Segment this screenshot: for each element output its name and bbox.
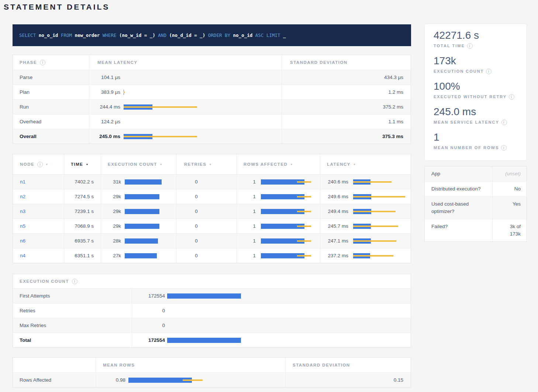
stat-label: EXECUTED WITHOUT RETRY [434, 93, 523, 100]
attribute-value: 3k of 173k [492, 219, 527, 241]
attribute-value-text: No [514, 185, 521, 193]
mean-rows-header-cell: MEAN ROWS [96, 358, 285, 372]
attribute-row-distributed: Distributed execution? No [425, 181, 527, 196]
mean-number-of-rows-info-icon[interactable] [501, 145, 507, 151]
mean-service-latency-info-icon[interactable] [501, 120, 507, 125]
attribute-label: Failed? [425, 219, 492, 241]
attribute-value-text: (unset) [505, 170, 521, 178]
std-dev-header-cell: STANDARD DEVIATION [285, 358, 411, 372]
retries-value: 0 [195, 209, 198, 214]
phase-info-icon[interactable] [40, 60, 45, 65]
sort-arrow-icon: ▼ [209, 163, 211, 166]
std-dev-header-cell: STANDARD DEVIATION [282, 55, 411, 70]
table-row-overall: Overall 245.0 ms 375.3 ms [13, 129, 411, 144]
phase-name: Overhead [20, 119, 41, 124]
mean-latency-value: 383.9 µs [89, 89, 120, 95]
latency-header-label: LATENCY [327, 162, 351, 166]
retries-header-label: RETRIES [184, 162, 206, 166]
stat-executed-without-retry: 100% EXECUTED WITHOUT RETRY [434, 80, 523, 100]
execution-count-info-icon[interactable] [72, 279, 77, 284]
mean-latency-header-label: MEAN LATENCY [97, 60, 138, 65]
rows-affected-header-cell[interactable]: ROWS AFFECTED ▼ [237, 154, 320, 174]
table-row: Retries 0 [13, 303, 411, 318]
node-link[interactable]: n4 [20, 253, 25, 258]
latency-value: 240.6 ms [320, 179, 348, 185]
stat-value: 1 [434, 131, 523, 144]
node-header-label: NODE [20, 162, 34, 166]
std-dev-header-label: STANDARD DEVIATION [293, 363, 350, 367]
node-link[interactable]: n2 [20, 194, 25, 199]
phase-name: Run [20, 104, 29, 110]
node-table-header: NODE ▼ TIME ▼ EXECUTION COUNT ▼ RETRIES … [13, 154, 411, 174]
attribute-label: Distributed execution? [425, 182, 492, 196]
table-row: Max Retries 0 [13, 318, 411, 333]
time-header-label: TIME [71, 162, 83, 166]
execution-count-header-label: EXECUTION COUNT [108, 162, 157, 166]
stat-label: MEAN SERVICE LATENCY [434, 118, 523, 126]
table-row: Plan 383.9 µs 1.2 ms [13, 85, 411, 99]
std-dev-value: 0.15 [394, 377, 403, 383]
node-info-icon[interactable] [37, 162, 43, 167]
phase-table-header: PHASE MEAN LATENCY STANDARD DEVIATION [13, 55, 411, 70]
table-row: Run 244.4 ms 375.2 ms [13, 99, 411, 114]
execution-count-info-icon[interactable] [486, 69, 492, 74]
stat-execution-count: 173k EXECUTION COUNT [434, 54, 523, 75]
retries-header-cell[interactable]: RETRIES ▼ [176, 154, 237, 174]
phase-name: Plan [20, 89, 30, 95]
std-dev-header-label: STANDARD DEVIATION [290, 60, 348, 65]
table-row: n6 6935.7 s 28k 0 1 247.1 ms [13, 233, 411, 248]
summary-card: 42271.6 s TOTAL TIME 173k EXECUTION COUN… [424, 24, 527, 161]
latency-value: 245.7 ms [320, 223, 348, 229]
stat-label-text: MEAN NUMBER OF ROWS [434, 144, 499, 151]
retries-value: 0 [195, 238, 198, 244]
page-title: STATEMENT DETAILS [4, 3, 110, 11]
stat-mean-service-latency: 245.0 ms MEAN SERVICE LATENCY [434, 105, 523, 126]
node-link[interactable]: n1 [20, 179, 25, 185]
executed-without-retry-info-icon[interactable] [509, 94, 514, 100]
stat-value: 173k [434, 54, 523, 68]
phase-name: Parse [20, 75, 32, 80]
table-row: n3 7239.1 s 29k 0 1 249.4 ms [13, 204, 411, 219]
attribute-value: Yes [492, 197, 527, 219]
time-value: 6935.7 s [75, 238, 94, 244]
latency-header-cell[interactable]: LATENCY ▼ [320, 154, 411, 174]
attribute-value: No [492, 182, 527, 196]
execution-count-header-cell[interactable]: EXECUTION COUNT ▼ [101, 154, 176, 174]
stat-label-text: EXECUTION COUNT [434, 68, 484, 75]
mean-latency-header-cell: MEAN LATENCY [89, 55, 282, 70]
phase-name: Overall [20, 134, 37, 139]
mean-latency-value: 124.2 µs [89, 119, 120, 124]
retries-value: 0 [195, 179, 198, 185]
execution-count-table: EXECUTION COUNT First Attempts 172554 Re… [13, 274, 411, 348]
attribute-value-text: Yes [513, 200, 521, 208]
attribute-value: (unset) [492, 166, 527, 181]
retries-value: 0 [195, 223, 198, 229]
total-time-info-icon[interactable] [467, 43, 473, 49]
node-link[interactable]: n6 [20, 238, 25, 244]
time-value: 7274.5 s [75, 194, 94, 199]
node-header-cell[interactable]: NODE ▼ [13, 154, 64, 174]
rows-affected-table: MEAN ROWS STANDARD DEVIATION Rows Affect… [13, 357, 411, 388]
table-row: n2 7274.5 s 29k 0 1 249.6 ms [13, 189, 411, 204]
exec-row-value: 172554 [132, 337, 165, 343]
exec-row-label: Total [20, 337, 31, 343]
stat-value: 100% [434, 80, 523, 93]
table-row: Parse 104.1 µs 434.3 µs [13, 70, 411, 85]
statement-details-page: STATEMENT DETAILS SELECT no_o_id FROM ne… [0, 0, 538, 392]
table-row: Overhead 124.2 µs 1.1 ms [13, 114, 411, 129]
execution-count-value: 29k [101, 194, 121, 199]
table-row: n5 7068.9 s 29k 0 1 245.7 ms [13, 219, 411, 233]
attribute-value-text: 3k of 173k [504, 223, 521, 238]
stat-value: 42271.6 s [434, 29, 523, 42]
rows-affected-value: 1 [237, 223, 256, 229]
execution-count-value: 28k [101, 238, 121, 244]
std-dev-value: 434.3 µs [384, 75, 403, 80]
rows-affected-value: 1 [237, 209, 256, 214]
table-row-total: Total 172554 [13, 333, 411, 347]
exec-row-label: Max Retries [20, 323, 46, 328]
node-link[interactable]: n3 [20, 209, 25, 214]
attribute-label: App [425, 166, 492, 181]
time-header-cell[interactable]: TIME ▼ [64, 154, 101, 174]
rows-affected-value: 1 [237, 238, 256, 244]
node-link[interactable]: n5 [20, 223, 25, 229]
